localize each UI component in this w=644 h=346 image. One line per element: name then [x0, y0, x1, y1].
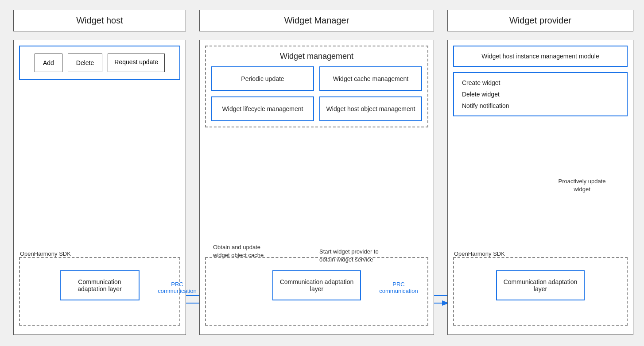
host-sdk-label: OpenHarmony SDK [20, 250, 71, 257]
request-update-button[interactable]: Request update [108, 54, 165, 72]
instance-module: Widget host instance management module [453, 46, 628, 67]
manager-management-dashed: Widget management Periodic update Widget… [205, 46, 428, 127]
manager-comm-layer: Communication adaptation layer [272, 270, 361, 300]
provider-comm-layer: Communication adaptation layer [496, 270, 585, 300]
provider-title: Widget provider [509, 15, 571, 25]
notify-notification: Notify notification [462, 102, 619, 109]
prc-left-label: PRC communication [155, 281, 199, 294]
diagram: Widget host Add Delete Request update Op… [0, 0, 644, 346]
widget-cache-mgmt: Widget cache management [319, 66, 422, 91]
add-button[interactable]: Add [35, 54, 62, 72]
manager-title-box: Widget Manager [199, 10, 434, 31]
management-title: Widget management [211, 52, 422, 61]
widget-lifecycle-mgmt: Widget lifecycle management [211, 96, 314, 121]
provider-outer-box: Widget host instance management module C… [447, 40, 633, 335]
provider-sdk-label: OpenHarmony SDK [454, 250, 505, 257]
host-title: Widget host [76, 15, 123, 25]
proactive-label: Proactively update widget [553, 177, 611, 193]
widget-host-obj-mgmt: Widget host object management [319, 96, 422, 121]
delete-widget: Delete widget [462, 91, 619, 98]
create-widget: Create widget [462, 79, 619, 86]
operations-box: Create widget Delete widget Notify notif… [453, 72, 628, 116]
host-title-box: Widget host [13, 10, 186, 31]
delete-button[interactable]: Delete [68, 54, 102, 72]
manager-title: Widget Manager [284, 15, 349, 25]
provider-title-box: Widget provider [447, 10, 633, 31]
prc-right-label: PRC communication [376, 281, 421, 294]
periodic-update: Periodic update [211, 66, 314, 91]
host-actions-box: Add Delete Request update [19, 46, 180, 80]
provider-dashed-box: Communication adaptation layer [453, 257, 628, 326]
host-comm-layer: Communication adaptation layer [60, 270, 140, 300]
